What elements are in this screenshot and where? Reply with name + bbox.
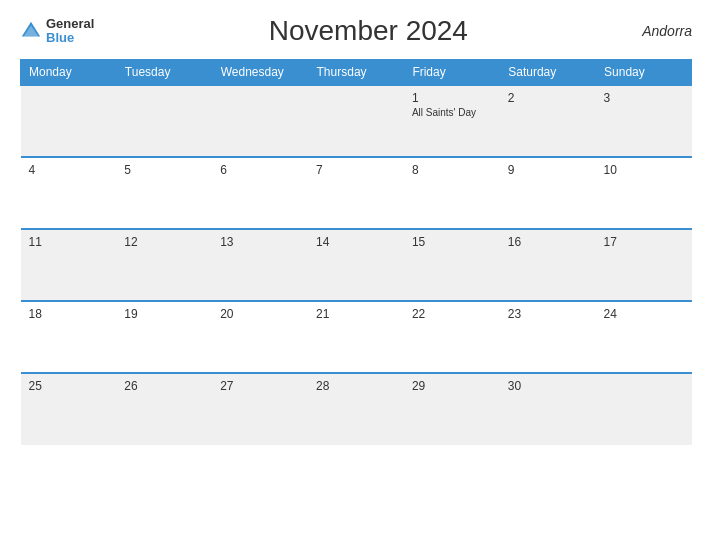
day-number: 26	[124, 379, 204, 393]
calendar-cell: 28	[308, 373, 404, 445]
calendar-cell: 26	[116, 373, 212, 445]
calendar-cell: 21	[308, 301, 404, 373]
day-number: 17	[604, 235, 684, 249]
calendar-cell: 13	[212, 229, 308, 301]
day-number: 20	[220, 307, 300, 321]
calendar-week-row: 11121314151617	[21, 229, 692, 301]
calendar-cell: 16	[500, 229, 596, 301]
logo: General Blue	[20, 17, 94, 46]
logo-text: General Blue	[46, 17, 94, 46]
calendar-week-row: 252627282930	[21, 373, 692, 445]
header-wednesday: Wednesday	[212, 60, 308, 86]
day-number: 24	[604, 307, 684, 321]
calendar-cell: 7	[308, 157, 404, 229]
calendar-cell: 19	[116, 301, 212, 373]
calendar-cell: 12	[116, 229, 212, 301]
region-label: Andorra	[642, 23, 692, 39]
day-number: 8	[412, 163, 492, 177]
weekday-header-row: Monday Tuesday Wednesday Thursday Friday…	[21, 60, 692, 86]
day-number: 21	[316, 307, 396, 321]
day-number: 16	[508, 235, 588, 249]
calendar-cell	[596, 373, 692, 445]
calendar-table: Monday Tuesday Wednesday Thursday Friday…	[20, 59, 692, 445]
calendar-cell	[308, 85, 404, 157]
calendar-cell: 15	[404, 229, 500, 301]
calendar-cell: 9	[500, 157, 596, 229]
calendar-week-row: 45678910	[21, 157, 692, 229]
day-number: 5	[124, 163, 204, 177]
calendar-cell: 1All Saints' Day	[404, 85, 500, 157]
day-number: 15	[412, 235, 492, 249]
calendar-cell: 14	[308, 229, 404, 301]
day-number: 13	[220, 235, 300, 249]
calendar-cell: 27	[212, 373, 308, 445]
day-number: 6	[220, 163, 300, 177]
calendar-title: November 2024	[94, 15, 642, 47]
day-number: 14	[316, 235, 396, 249]
day-number: 28	[316, 379, 396, 393]
calendar-cell: 20	[212, 301, 308, 373]
day-number: 1	[412, 91, 492, 105]
calendar-cell: 10	[596, 157, 692, 229]
day-number: 10	[604, 163, 684, 177]
day-number: 4	[29, 163, 109, 177]
logo-icon	[20, 20, 42, 42]
calendar-cell	[212, 85, 308, 157]
calendar-cell: 23	[500, 301, 596, 373]
calendar-cell	[21, 85, 117, 157]
calendar-cell: 29	[404, 373, 500, 445]
calendar-week-row: 1All Saints' Day23	[21, 85, 692, 157]
calendar-cell: 22	[404, 301, 500, 373]
calendar-cell	[116, 85, 212, 157]
day-number: 12	[124, 235, 204, 249]
day-number: 18	[29, 307, 109, 321]
day-number: 22	[412, 307, 492, 321]
day-number: 19	[124, 307, 204, 321]
header-thursday: Thursday	[308, 60, 404, 86]
logo-general: General	[46, 17, 94, 31]
calendar-cell: 30	[500, 373, 596, 445]
header: General Blue November 2024 Andorra	[20, 15, 692, 47]
day-number: 2	[508, 91, 588, 105]
day-number: 3	[604, 91, 684, 105]
calendar-body: 1All Saints' Day234567891011121314151617…	[21, 85, 692, 445]
day-number: 7	[316, 163, 396, 177]
calendar-cell: 17	[596, 229, 692, 301]
holiday-label: All Saints' Day	[412, 107, 492, 118]
calendar-cell: 6	[212, 157, 308, 229]
day-number: 9	[508, 163, 588, 177]
calendar-cell: 18	[21, 301, 117, 373]
day-number: 30	[508, 379, 588, 393]
day-number: 27	[220, 379, 300, 393]
calendar-cell: 24	[596, 301, 692, 373]
day-number: 23	[508, 307, 588, 321]
day-number: 11	[29, 235, 109, 249]
calendar-week-row: 18192021222324	[21, 301, 692, 373]
calendar-cell: 2	[500, 85, 596, 157]
calendar-cell: 4	[21, 157, 117, 229]
calendar-cell: 8	[404, 157, 500, 229]
day-number: 25	[29, 379, 109, 393]
calendar-header: Monday Tuesday Wednesday Thursday Friday…	[21, 60, 692, 86]
day-number: 29	[412, 379, 492, 393]
header-monday: Monday	[21, 60, 117, 86]
header-friday: Friday	[404, 60, 500, 86]
logo-blue: Blue	[46, 31, 94, 45]
calendar-cell: 5	[116, 157, 212, 229]
calendar-cell: 25	[21, 373, 117, 445]
header-sunday: Sunday	[596, 60, 692, 86]
header-tuesday: Tuesday	[116, 60, 212, 86]
header-saturday: Saturday	[500, 60, 596, 86]
calendar-cell: 11	[21, 229, 117, 301]
calendar-cell: 3	[596, 85, 692, 157]
calendar-page: General Blue November 2024 Andorra Monda…	[0, 0, 712, 550]
